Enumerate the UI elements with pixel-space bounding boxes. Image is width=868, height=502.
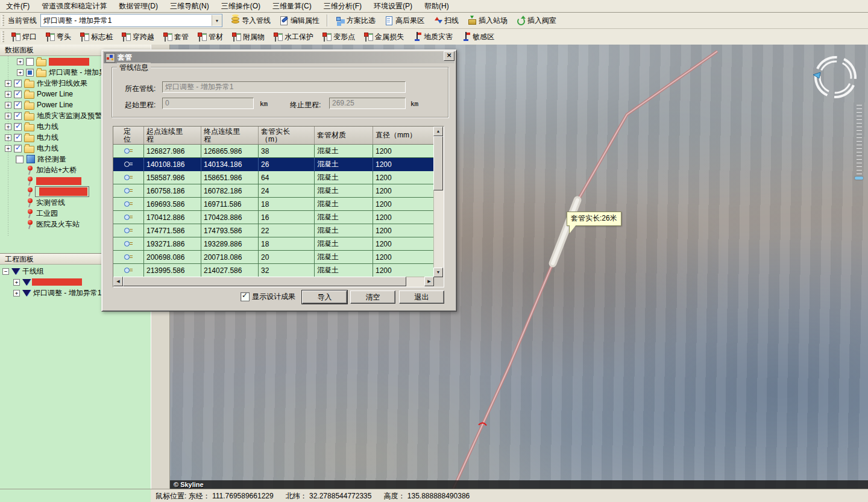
table-cell[interactable]: 214027.586 — [201, 264, 259, 277]
locate-icon[interactable] — [124, 267, 133, 274]
table-cell[interactable]: 169711.586 — [201, 198, 259, 211]
locate-cell[interactable] — [113, 158, 144, 171]
table-cell[interactable]: 混凝土 — [315, 224, 373, 237]
scroll-down-button[interactable]: ▼ — [433, 268, 443, 277]
import-pipeline-button[interactable]: 导入管线 — [227, 14, 274, 28]
table-cell[interactable]: 193271.886 — [144, 237, 201, 251]
table-cell[interactable]: 170428.886 — [201, 211, 259, 224]
table-cell[interactable]: 20 — [259, 251, 315, 264]
feature-tool-弯头[interactable]: 弯头 — [42, 30, 75, 44]
table-cell[interactable]: 1200 — [373, 184, 434, 198]
table-cell[interactable]: 1200 — [373, 264, 434, 277]
table-cell[interactable]: 32 — [259, 264, 315, 277]
high-consequence-area-button[interactable]: 高后果区 — [380, 14, 428, 28]
table-cell[interactable]: 160758.186 — [144, 184, 201, 198]
table-cell[interactable]: 174793.586 — [201, 224, 259, 237]
table-cell[interactable]: 158651.986 — [201, 171, 259, 184]
table-row[interactable]: 170412.886170428.88616混凝土1200 — [113, 211, 434, 224]
table-cell[interactable]: 160782.186 — [201, 184, 259, 198]
feature-tool-标志桩[interactable]: 标志桩 — [76, 30, 116, 44]
edit-attributes-button[interactable]: 编辑属性 — [275, 14, 323, 28]
table-cell[interactable]: 126827.986 — [144, 145, 201, 158]
locate-icon[interactable] — [124, 240, 133, 248]
feature-tool-敏感区[interactable]: 敏感区 — [458, 30, 498, 44]
menu-item-2[interactable]: 数据管理(D) — [113, 1, 164, 11]
toolbar-grip[interactable] — [2, 31, 4, 42]
menu-item-4[interactable]: 三维操作(O) — [215, 1, 266, 11]
tree-checkbox[interactable]: ✓ — [14, 134, 22, 142]
locate-cell[interactable] — [113, 211, 144, 224]
compass-navigation-control[interactable] — [813, 54, 858, 100]
column-header-0[interactable]: 定位 — [113, 127, 144, 145]
table-cell[interactable]: 混凝土 — [315, 171, 373, 184]
feature-tool-金属损失[interactable]: 金属损失 — [360, 30, 407, 44]
sweep-line-button[interactable]: 扫线 — [429, 14, 462, 28]
locate-icon[interactable] — [124, 254, 133, 261]
show-design-results-checkbox[interactable]: ✓ — [241, 292, 250, 301]
table-row[interactable]: 174771.586174793.58622混凝土1200 — [113, 224, 434, 237]
feature-tool-焊口[interactable]: 焊口 — [7, 30, 40, 44]
table-cell[interactable]: 140108.186 — [144, 158, 201, 171]
feature-tool-水工保护[interactable]: 水工保护 — [269, 30, 317, 44]
locate-icon[interactable] — [124, 187, 133, 195]
table-cell[interactable]: 22 — [259, 224, 315, 237]
table-cell[interactable]: 混凝土 — [315, 198, 373, 211]
table-cell[interactable]: 1200 — [373, 171, 434, 184]
feature-tool-套管[interactable]: 套管 — [159, 30, 192, 44]
tree-expander-icon[interactable]: + — [17, 69, 24, 76]
table-row[interactable]: 140108.186140134.18626混凝土1200 — [113, 158, 434, 171]
table-cell[interactable]: 混凝土 — [315, 145, 373, 158]
table-cell[interactable]: 混凝土 — [315, 158, 373, 171]
locate-icon[interactable] — [124, 148, 133, 155]
table-cell[interactable]: 174771.586 — [144, 224, 201, 237]
table-cell[interactable]: 1200 — [373, 211, 434, 224]
locate-icon[interactable] — [124, 161, 133, 168]
import-button[interactable]: 导入 — [302, 290, 347, 304]
table-cell[interactable]: 1200 — [373, 145, 434, 158]
table-cell[interactable]: 混凝土 — [315, 184, 373, 198]
locate-cell[interactable] — [113, 171, 144, 184]
table-row[interactable]: 158587.986158651.98664混凝土1200 — [113, 171, 434, 184]
column-header-3[interactable]: 套管实长（m） — [259, 127, 315, 145]
table-cell[interactable]: 1200 — [373, 224, 434, 237]
table-cell[interactable]: 24 — [259, 184, 315, 198]
exit-button[interactable]: 退出 — [399, 290, 444, 304]
table-row[interactable]: 160758.186160782.18624混凝土1200 — [113, 184, 434, 198]
zoom-slider[interactable] — [855, 105, 863, 180]
table-cell[interactable]: 1200 — [373, 251, 434, 264]
locate-cell[interactable] — [113, 145, 144, 158]
tree-expander-icon[interactable]: − — [2, 268, 9, 275]
feature-tool-管材[interactable]: 管材 — [193, 30, 227, 44]
table-cell[interactable]: 158587.986 — [144, 171, 201, 184]
table-cell[interactable]: 混凝土 — [315, 251, 373, 264]
horizontal-scroll-thumb[interactable] — [123, 277, 406, 286]
table-row[interactable]: 169693.586169711.58618混凝土1200 — [113, 198, 434, 211]
table-cell[interactable]: 200698.086 — [144, 251, 201, 264]
table-cell[interactable]: 混凝土 — [315, 264, 373, 277]
table-cell[interactable]: 169693.586 — [144, 198, 201, 211]
scroll-right-button[interactable]: ▶ — [424, 277, 434, 286]
feature-tool-地质灾害[interactable]: 地质灾害 — [409, 30, 456, 44]
table-cell[interactable]: 213995.586 — [144, 264, 201, 277]
locate-cell[interactable] — [113, 237, 144, 251]
menu-item-7[interactable]: 环境设置(P) — [368, 1, 418, 11]
clear-button[interactable]: 清空 — [350, 290, 395, 304]
tree-checkbox[interactable]: ✓ — [14, 123, 22, 131]
locate-cell[interactable] — [113, 198, 144, 211]
tree-expander-icon[interactable]: + — [13, 279, 20, 286]
table-cell[interactable]: 193289.886 — [201, 237, 259, 251]
dialog-title-bar[interactable]: 套管 — [104, 52, 454, 63]
tree-checkbox[interactable] — [26, 58, 34, 66]
table-cell[interactable]: 1200 — [373, 158, 434, 171]
tree-expander-icon[interactable]: + — [13, 290, 20, 296]
scroll-up-button[interactable]: ▲ — [433, 127, 443, 136]
table-cell[interactable]: 混凝土 — [315, 211, 373, 224]
tree-checkbox[interactable]: ✓ — [14, 112, 22, 120]
locate-cell[interactable] — [113, 224, 144, 237]
locate-cell[interactable] — [113, 184, 144, 198]
column-header-1[interactable]: 起点连续里程 — [144, 127, 201, 145]
scroll-left-button[interactable]: ◀ — [113, 277, 123, 286]
chevron-down-icon[interactable]: ▼ — [212, 15, 222, 26]
locate-icon[interactable] — [124, 174, 133, 181]
vertical-scrollbar[interactable]: ▲ ▼ — [433, 127, 444, 277]
